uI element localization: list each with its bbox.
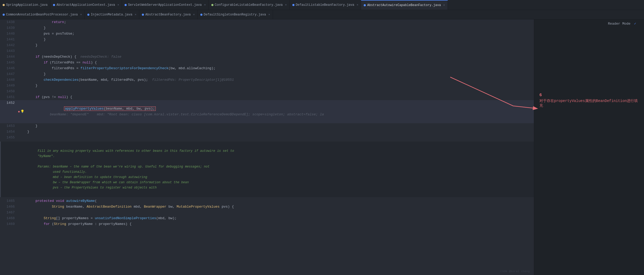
tab-configurable-listable[interactable]: ConfigurableListableBeanFactory.java × (209, 0, 290, 10)
tab-label: AbstractAutowireCapableBeanFactory.java (367, 3, 441, 7)
table-row: 1441 } (0, 37, 534, 42)
icon-col (18, 204, 27, 210)
close-icon[interactable]: × (204, 3, 206, 7)
line-number: 1449 (0, 83, 18, 89)
tab-abstract-application-context[interactable]: AbstractApplicationContext.java × (50, 0, 122, 10)
table-row: 1451 if (pvs != null) { (0, 94, 534, 100)
line-code: filteredPds = filterPropertyDescriptorsF… (27, 66, 534, 71)
tab-label: DefaultListableBeanFactory.java (296, 3, 354, 7)
line-code: } (27, 42, 534, 48)
table-row: 1468 String[] propertyNames = unsatisfie… (0, 215, 534, 221)
line-code: if (pvs != null) { (27, 94, 534, 100)
tab-spring-application[interactable]: SpringApplication.java (0, 0, 50, 10)
line-number: 1445 (0, 60, 18, 66)
icon-col (18, 31, 27, 37)
line-number: 1466 (0, 204, 18, 210)
table-row: 1452 ● 💡 applyPropertyValues(beanName, m… (0, 100, 534, 123)
tab-dot-blue (53, 4, 55, 6)
tab-common-annotation[interactable]: CommonAnnotationBeanPostProcessor.java × (0, 10, 85, 19)
line-code: pvs = pvsToUse; (27, 31, 534, 37)
table-row: 1450 (0, 89, 534, 94)
line-number: 1455 (0, 135, 18, 141)
annotation-text: 对于存在propertyValues属性的BeanDefinition进行填充 (539, 99, 639, 108)
table-row: 1465 protected void autowireByName( (0, 198, 534, 204)
tab-abstract-autowire[interactable]: AbstractAutowireCapableBeanFactory.java … (361, 0, 448, 10)
tab-injection-metadata[interactable]: InjectionMetadata.java × (85, 10, 139, 19)
tab-label: ConfigurableListableBeanFactory.java (215, 3, 283, 7)
line-number: 1440 (0, 31, 18, 37)
icon-col (18, 42, 27, 48)
line-code: applyPropertyValues(beanName, mbd, bw, p… (27, 100, 534, 123)
line-number: 1454 (0, 129, 18, 135)
icon-col: ● 💡 (18, 100, 27, 123)
close-icon[interactable]: × (117, 3, 119, 7)
close-icon[interactable]: × (285, 3, 287, 7)
line-number (3, 143, 21, 196)
table-row: 1469 for (String propertyName : property… (0, 221, 534, 227)
line-code: } (27, 123, 534, 129)
line-code: } (27, 129, 534, 135)
line-code (27, 135, 534, 141)
tab-abstract-bean-factory[interactable]: AbstractBeanFactory.java × (139, 10, 197, 19)
icon-col (18, 89, 27, 94)
tab-default-listable[interactable]: DefaultListableBeanFactory.java × (290, 0, 361, 10)
icon-col (18, 77, 27, 83)
icon-col (18, 135, 27, 141)
tab-label: InjectionMetadata.java (91, 13, 132, 17)
line-code: if (filteredPds == null) { (27, 60, 534, 66)
icon-col (18, 71, 27, 77)
line-code: for (String propertyName : propertyNames… (27, 221, 534, 227)
line-number: 1441 (0, 37, 18, 42)
line-number: 1448 (0, 77, 18, 83)
tab-default-singleton[interactable]: DefaultSingletonBeanRegistry.java × (198, 10, 273, 19)
icon-col (18, 221, 27, 227)
line-code: } (27, 83, 534, 89)
line-number: 1468 (0, 215, 18, 221)
close-icon[interactable]: × (135, 13, 137, 16)
icon-col (21, 143, 30, 196)
icon-col (18, 210, 27, 215)
line-number: 1450 (0, 89, 18, 94)
icon-col (18, 60, 27, 66)
tab-dot-blue (364, 4, 366, 6)
line-number: 1444 (0, 54, 18, 60)
icon-col (18, 19, 27, 25)
code-editor[interactable]: 1438 return; 1439 } 1440 pvs = pvsToUse; (0, 19, 534, 275)
line-number: 1452 (0, 100, 18, 123)
annotation-box: 6 对于存在propertyValues属性的BeanDefinition进行填… (539, 93, 639, 108)
table-row: 1466 String beanName, AbstractBeanDefini… (0, 204, 534, 210)
close-icon[interactable]: × (80, 13, 82, 16)
line-code: } (27, 25, 534, 31)
icon-col (18, 198, 27, 204)
line-code: checkDependencies(beanName, mbd, filtere… (27, 77, 534, 83)
line-code: if (needsDepCheck) { needsDepCheck: fals… (27, 54, 534, 60)
table-row: 1440 pvs = pvsToUse; (0, 31, 534, 37)
close-icon[interactable]: × (268, 13, 270, 16)
line-code: protected void autowireByName( (27, 198, 534, 204)
close-icon[interactable]: × (357, 3, 358, 7)
icon-col (18, 54, 27, 60)
tab-label: ServletWebServerApplicationContext.java (128, 3, 202, 7)
tab-servlet-web-server[interactable]: ServletWebServerApplicationContext.java … (122, 0, 208, 10)
warn-icon: 💡 (20, 109, 24, 115)
table-row: 1446 filteredPds = filterPropertyDescrip… (0, 66, 534, 71)
tab-label: AbstractBeanFactory.java (145, 13, 191, 17)
line-code (27, 48, 534, 54)
breakpoint-icon[interactable]: ● (18, 109, 20, 115)
icon-col (18, 215, 27, 221)
close-icon[interactable]: × (193, 13, 195, 16)
table-row: 1438 return; (0, 19, 534, 25)
table-row: 1455 (0, 135, 534, 141)
table-row: Fill in any missing property values with… (3, 143, 534, 196)
table-row: 1449 } (0, 83, 534, 89)
line-number: 1467 (0, 210, 18, 215)
table-row: 1453 } (0, 123, 534, 129)
line-code: String beanName, AbstractBeanDefinition … (27, 204, 534, 210)
line-number: 1453 (0, 123, 18, 129)
reader-mode-button[interactable]: Reader Mode ✓ (608, 21, 636, 26)
right-panel: Reader Mode ✓ 6 对于存在propertyValues属性的Bea… (534, 19, 644, 275)
tab-dot-blue (292, 4, 294, 6)
icon-col (18, 48, 27, 54)
tab-label: SpringApplication.java (6, 3, 47, 7)
close-icon[interactable]: × (443, 4, 445, 7)
